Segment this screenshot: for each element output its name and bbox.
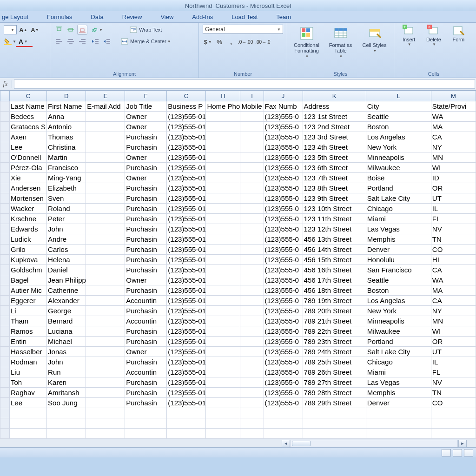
cell[interactable] bbox=[86, 183, 125, 193]
select-all-corner[interactable] bbox=[0, 91, 10, 101]
cell[interactable]: Jonas bbox=[47, 347, 86, 357]
cell[interactable] bbox=[167, 429, 206, 439]
cell[interactable]: E-mail Add bbox=[86, 101, 125, 112]
cell[interactable]: (123)555-0100 bbox=[167, 367, 206, 377]
row-header[interactable] bbox=[0, 132, 10, 142]
cell[interactable] bbox=[206, 204, 240, 214]
cell[interactable]: City bbox=[366, 101, 431, 112]
row-header[interactable] bbox=[0, 101, 10, 112]
cell[interactable]: Soo Jung bbox=[47, 398, 86, 408]
cell[interactable] bbox=[303, 408, 366, 418]
cell[interactable]: TN bbox=[431, 234, 476, 245]
row-header[interactable] bbox=[0, 388, 10, 398]
cell[interactable]: 789 19th Street bbox=[303, 296, 366, 306]
cell[interactable]: Honolulu bbox=[366, 255, 431, 265]
cell[interactable]: HI bbox=[431, 255, 476, 265]
cell[interactable]: Kupkova bbox=[10, 255, 47, 265]
cell[interactable] bbox=[10, 418, 47, 429]
cell[interactable]: (123)555-0100 bbox=[167, 224, 206, 234]
cell[interactable] bbox=[86, 429, 125, 439]
cell[interactable]: Mobile bbox=[240, 101, 264, 112]
cell[interactable]: (123)555-0100 bbox=[167, 347, 206, 357]
cell[interactable]: (123)555-0100 bbox=[167, 306, 206, 316]
cell[interactable]: 123 7th Street bbox=[303, 173, 366, 183]
cell[interactable]: Karen bbox=[47, 377, 86, 388]
cell[interactable] bbox=[125, 418, 167, 429]
cell[interactable] bbox=[10, 408, 47, 418]
cell[interactable]: 789 22th Street bbox=[303, 326, 366, 337]
cell[interactable]: (123)555-0 bbox=[264, 275, 303, 285]
format-as-table-button[interactable]: Format as Table ▼ bbox=[325, 25, 356, 60]
row-header[interactable] bbox=[0, 224, 10, 234]
row-header[interactable] bbox=[0, 245, 10, 255]
cell[interactable] bbox=[86, 255, 125, 265]
cell[interactable] bbox=[86, 193, 125, 204]
cell[interactable]: Purchasin bbox=[125, 265, 167, 275]
cell[interactable]: Ramos bbox=[10, 326, 47, 337]
cell[interactable] bbox=[206, 306, 240, 316]
cell[interactable] bbox=[206, 193, 240, 204]
cell[interactable]: Purchasin bbox=[125, 224, 167, 234]
row-header[interactable] bbox=[0, 357, 10, 367]
row-header[interactable] bbox=[0, 285, 10, 296]
cell[interactable]: New York bbox=[366, 142, 431, 152]
cell[interactable] bbox=[86, 347, 125, 357]
cell[interactable] bbox=[206, 173, 240, 183]
cell[interactable] bbox=[86, 377, 125, 388]
shrink-font-icon[interactable]: A▼ bbox=[30, 25, 40, 35]
cell[interactable]: 123 11th Street bbox=[303, 214, 366, 224]
cell[interactable] bbox=[240, 388, 264, 398]
cell[interactable]: 456 16th Street bbox=[303, 265, 366, 275]
cell[interactable]: NY bbox=[431, 306, 476, 316]
fill-color-icon[interactable]: ▼ bbox=[4, 36, 17, 46]
cell[interactable]: OR bbox=[431, 183, 476, 193]
cell[interactable] bbox=[10, 429, 47, 439]
cell[interactable] bbox=[86, 398, 125, 408]
cell[interactable] bbox=[240, 204, 264, 214]
cell[interactable]: Anna bbox=[47, 112, 86, 122]
row-header[interactable] bbox=[0, 275, 10, 285]
cell[interactable] bbox=[206, 224, 240, 234]
cell[interactable]: Entin bbox=[10, 337, 47, 347]
cell[interactable] bbox=[240, 408, 264, 418]
cell[interactable]: Xie bbox=[10, 173, 47, 183]
cell[interactable]: (123)555-0 bbox=[264, 234, 303, 245]
cell[interactable]: 789 24th Street bbox=[303, 347, 366, 357]
cell[interactable]: (123)555-0100 bbox=[167, 275, 206, 285]
cell[interactable] bbox=[86, 316, 125, 326]
cell[interactable] bbox=[240, 245, 264, 255]
cell[interactable] bbox=[206, 245, 240, 255]
cell[interactable]: Seattle bbox=[366, 275, 431, 285]
cell[interactable] bbox=[125, 429, 167, 439]
cell[interactable] bbox=[240, 122, 264, 132]
scroll-right-icon[interactable]: ► bbox=[458, 440, 467, 447]
cell[interactable]: (123)555-0100 bbox=[167, 398, 206, 408]
cell[interactable]: Seattle bbox=[366, 112, 431, 122]
cell[interactable] bbox=[240, 152, 264, 163]
cell[interactable]: (123)555-0 bbox=[264, 112, 303, 122]
cell[interactable]: 789 29th Street bbox=[303, 398, 366, 408]
align-top-icon[interactable] bbox=[54, 25, 64, 35]
cell[interactable] bbox=[86, 367, 125, 377]
cell[interactable]: (123)555-0100 bbox=[167, 204, 206, 214]
cell[interactable]: San Francisco bbox=[366, 265, 431, 275]
cell[interactable] bbox=[431, 408, 476, 418]
cell[interactable]: (123)555-0 bbox=[264, 183, 303, 193]
cell[interactable]: 123 2nd Street bbox=[303, 122, 366, 132]
cell[interactable]: (123)555-0 bbox=[264, 204, 303, 214]
page-break-view-icon[interactable] bbox=[464, 449, 473, 456]
row-header[interactable] bbox=[0, 367, 10, 377]
cell-styles-button[interactable]: Cell Styles ▼ bbox=[359, 25, 390, 54]
cell[interactable]: Purchasin bbox=[125, 285, 167, 296]
cell[interactable]: (123)555-0100 bbox=[167, 377, 206, 388]
cell[interactable] bbox=[366, 408, 431, 418]
cell[interactable] bbox=[206, 285, 240, 296]
cell[interactable]: (123)555-0 bbox=[264, 245, 303, 255]
cell[interactable]: (123)555-0100 bbox=[167, 316, 206, 326]
cell[interactable]: (123)555-0 bbox=[264, 367, 303, 377]
cell[interactable]: Liu bbox=[10, 367, 47, 377]
cell[interactable]: Boston bbox=[366, 122, 431, 132]
cell[interactable]: Toh bbox=[10, 377, 47, 388]
row-header[interactable] bbox=[0, 326, 10, 337]
cell[interactable]: (123)555-0100 bbox=[167, 193, 206, 204]
